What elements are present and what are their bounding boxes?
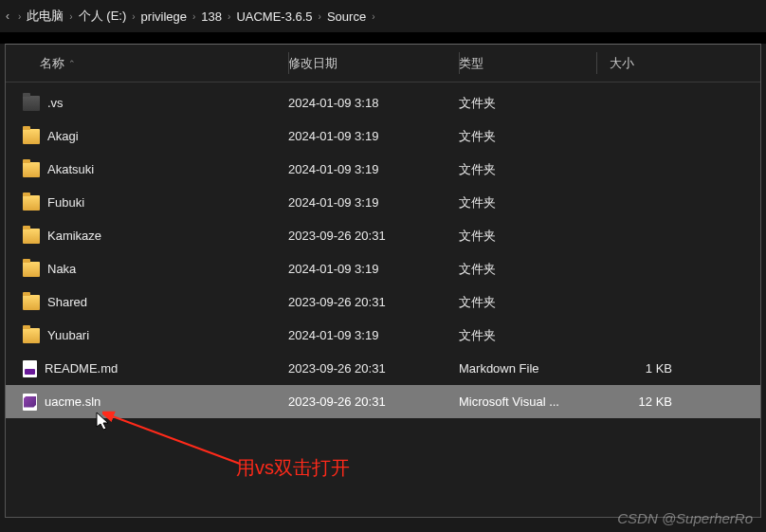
table-row[interactable]: Kamikaze2023-09-26 20:31文件夹 [6, 219, 760, 252]
table-row[interactable]: Akatsuki2024-01-09 3:19文件夹 [6, 153, 760, 186]
crumb-138[interactable]: 138 [201, 9, 222, 24]
file-name: Akatsuki [47, 162, 94, 176]
chevron-right-icon: › [192, 11, 195, 22]
file-date: 2024-01-09 3:19 [288, 162, 459, 176]
toolbar-gap [0, 32, 766, 44]
header-name-label: 名称 [40, 55, 64, 72]
file-date: 2024-01-09 3:19 [288, 195, 459, 210]
folder-icon [23, 129, 40, 144]
markdown-file-icon [23, 360, 37, 377]
file-name: Kamikaze [47, 229, 101, 243]
file-date: 2024-01-09 3:19 [288, 129, 459, 143]
chevron-right-icon: › [228, 11, 230, 22]
file-type: 文件夹 [459, 261, 596, 278]
table-row[interactable]: uacme.sln2023-09-26 20:31Microsoft Visua… [6, 385, 760, 418]
file-name: uacme.sln [45, 394, 100, 409]
file-name: Yuubari [47, 328, 89, 342]
crumb-this-pc[interactable]: 此电脑 [27, 8, 64, 25]
crumb-uacme[interactable]: UACME-3.6.5 [236, 9, 312, 24]
table-row[interactable]: Shared2023-09-26 20:31文件夹 [6, 285, 760, 319]
col-separator[interactable] [459, 52, 460, 74]
file-date: 2023-09-26 20:31 [288, 361, 459, 376]
file-size: 12 KB [596, 394, 691, 409]
file-date: 2023-09-26 20:31 [288, 295, 459, 309]
file-type: 文件夹 [459, 194, 596, 211]
folder-icon [23, 195, 40, 211]
file-name: Naka [47, 262, 76, 276]
chevron-right-icon: › [372, 11, 374, 22]
file-type: Microsoft Visual ... [459, 394, 596, 409]
header-size[interactable]: 大小 [596, 55, 691, 72]
folder-icon [23, 262, 40, 277]
file-size: 1 KB [596, 361, 691, 376]
file-name: README.md [45, 361, 118, 376]
folder-icon [23, 162, 40, 177]
file-name: Akagi [47, 129, 79, 143]
table-row[interactable]: Akagi2024-01-09 3:19文件夹 [6, 119, 760, 153]
chevron-right-icon: › [319, 11, 321, 22]
folder-icon [23, 328, 40, 343]
crumb-privilege[interactable]: privilege [141, 9, 187, 24]
table-row[interactable]: Yuubari2024-01-09 3:19文件夹 [6, 319, 760, 352]
chevron-right-icon: › [69, 11, 72, 22]
file-name: .vs [47, 96, 64, 110]
folder-icon [23, 295, 40, 310]
header-name[interactable]: 名称 ⌃ [6, 55, 288, 72]
chevron-right-icon: › [132, 11, 135, 22]
folder-icon [23, 229, 40, 244]
file-type: 文件夹 [459, 327, 596, 344]
caret-left-icon: ‹ [6, 9, 9, 23]
file-list-panel: 名称 ⌃ 修改日期 类型 大小 .vs2024-01-09 3:18文件夹Aka… [5, 44, 761, 518]
column-headers: 名称 ⌃ 修改日期 类型 大小 [6, 45, 760, 83]
hidden-folder-icon [23, 96, 40, 111]
file-list: .vs2024-01-09 3:18文件夹Akagi2024-01-09 3:1… [6, 83, 760, 418]
file-name: Shared [47, 295, 87, 309]
table-row[interactable]: .vs2024-01-09 3:18文件夹 [6, 86, 760, 119]
header-type[interactable]: 类型 [459, 55, 596, 72]
file-date: 2024-01-09 3:18 [288, 96, 459, 110]
col-separator[interactable] [596, 52, 597, 74]
file-type: 文件夹 [459, 95, 596, 112]
file-type: 文件夹 [459, 294, 596, 311]
solution-file-icon [23, 394, 37, 411]
table-row[interactable]: Naka2024-01-09 3:19文件夹 [6, 252, 760, 285]
chevron-right-icon: › [18, 11, 21, 22]
table-row[interactable]: README.md2023-09-26 20:31Markdown File1 … [6, 352, 760, 385]
header-date[interactable]: 修改日期 [288, 55, 459, 72]
table-row[interactable]: Fubuki2024-01-09 3:19文件夹 [6, 186, 760, 219]
file-type: 文件夹 [459, 161, 596, 178]
col-separator[interactable] [288, 52, 289, 74]
breadcrumb[interactable]: ‹ › 此电脑 › 个人 (E:) › privilege › 138 › UA… [0, 0, 766, 32]
file-type: Markdown File [459, 361, 596, 376]
file-type: 文件夹 [459, 228, 596, 245]
crumb-drive[interactable]: 个人 (E:) [79, 8, 127, 25]
file-type: 文件夹 [459, 128, 596, 145]
file-name: Fubuki [47, 195, 84, 210]
file-date: 2023-09-26 20:31 [288, 229, 459, 243]
file-date: 2024-01-09 3:19 [288, 262, 459, 276]
crumb-source[interactable]: Source [327, 9, 366, 24]
file-date: 2024-01-09 3:19 [288, 328, 459, 342]
file-date: 2023-09-26 20:31 [288, 394, 459, 409]
sort-asc-icon: ⌃ [68, 59, 76, 68]
